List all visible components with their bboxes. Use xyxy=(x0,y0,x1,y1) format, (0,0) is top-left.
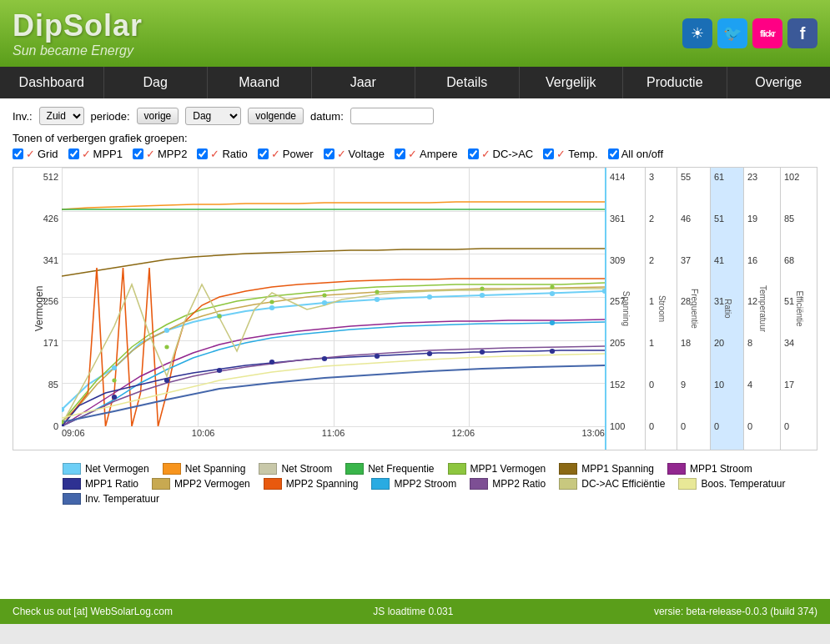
left-axis-val-2: 341 xyxy=(43,255,58,265)
right-axis-spanning-label: Spanning xyxy=(621,291,631,326)
period-select[interactable]: Dag Week Maand xyxy=(185,107,241,125)
main-content: Inv.: Zuid periode: vorige Dag Week Maan… xyxy=(0,98,830,599)
controls-row: Inv.: Zuid periode: vorige Dag Week Maan… xyxy=(13,107,817,125)
right-axis-stroom-label: Stroom xyxy=(656,295,666,322)
right-axis-spanning: 414361309257205152100 Spanning xyxy=(605,168,645,450)
x-label-1: 10:06 xyxy=(192,428,215,438)
inv-select[interactable]: Zuid xyxy=(39,107,84,125)
svg-point-7 xyxy=(427,294,432,299)
nav-maand[interactable]: Maand xyxy=(208,67,312,98)
svg-point-30 xyxy=(550,320,555,325)
cb-ampere[interactable]: ✓ Ampere xyxy=(395,148,458,160)
header: DipSolar Sun became Energy ☀ 🐦 flickr f xyxy=(0,0,830,67)
inv-label: Inv.: xyxy=(13,110,33,123)
chart-legend: Net Vermogen Net Spanning Net Stroom Net… xyxy=(13,459,817,513)
svg-point-28 xyxy=(480,287,484,291)
nav-dashboard[interactable]: Dashboard xyxy=(0,67,104,98)
svg-point-20 xyxy=(550,349,555,354)
legend-mpp2-stroom: MPP2 Stroom xyxy=(371,478,456,490)
nav-overige[interactable]: Overige xyxy=(727,67,831,98)
svg-point-12 xyxy=(112,395,117,400)
left-axis-val-1: 426 xyxy=(43,214,58,224)
svg-point-5 xyxy=(322,300,327,305)
flickr-link[interactable]: flickr xyxy=(752,18,782,48)
left-axis-label: Vermogen xyxy=(33,286,45,332)
svg-point-15 xyxy=(269,360,274,365)
cb-grid[interactable]: ✓ Grid xyxy=(13,148,58,160)
cb-power[interactable]: ✓ Power xyxy=(258,148,314,160)
logo-text: DipSolar xyxy=(13,8,143,43)
cb-temp[interactable]: ✓ Temp. xyxy=(543,148,597,160)
legend-dcac: DC->AC Efficiëntie xyxy=(559,478,665,490)
svg-point-16 xyxy=(322,356,327,361)
right-axis-stroom: 3221100 Stroom xyxy=(645,168,677,450)
svg-point-18 xyxy=(427,351,432,356)
cb-all[interactable]: All on/off xyxy=(608,148,663,160)
footer-right: versie: beta-release-0.0.3 (build 374) xyxy=(654,606,817,617)
nav-productie[interactable]: Productie xyxy=(623,67,727,98)
social-icons: ☀ 🐦 flickr f xyxy=(682,18,817,48)
chart-plot-area xyxy=(62,168,605,426)
nav-vergelijk[interactable]: Vergelijk xyxy=(520,67,624,98)
svg-point-9 xyxy=(550,291,555,296)
nav-bar: Dashboard Dag Maand Jaar Details Vergeli… xyxy=(0,67,830,98)
right-axis-temp: 23191612840 Temperatuur xyxy=(743,168,780,450)
svg-point-8 xyxy=(480,293,485,298)
datum-label: datum: xyxy=(310,110,344,123)
svg-point-4 xyxy=(269,305,274,310)
cb-voltage[interactable]: ✓ Voltage xyxy=(324,148,385,160)
left-axis-val-5: 85 xyxy=(48,380,58,390)
legend-net-frequentie: Net Frequentie xyxy=(345,463,434,475)
left-axis-val-3: 256 xyxy=(43,296,58,306)
right-axis-ratio-label: Ratio xyxy=(722,299,732,318)
legend-mpp1-stroom: MPP1 Stroom xyxy=(667,463,752,475)
legend-inv-temp: Inv. Temperatuur xyxy=(63,493,159,505)
prev-button[interactable]: vorige xyxy=(137,108,179,124)
right-axis-ratio: 6151413120100 Ratio xyxy=(710,168,743,450)
facebook-link[interactable]: f xyxy=(787,18,817,48)
legend-mpp2-ratio: MPP2 Ratio xyxy=(470,478,546,490)
twitter-link[interactable]: 🐦 xyxy=(717,18,747,48)
svg-point-23 xyxy=(164,345,169,350)
cb-ratio[interactable]: ✓ Ratio xyxy=(197,148,247,160)
nav-jaar[interactable]: Jaar xyxy=(312,67,416,98)
nav-details[interactable]: Details xyxy=(415,67,520,98)
svg-point-2 xyxy=(164,328,169,333)
svg-point-17 xyxy=(375,354,380,359)
right-axis-temp-label: Temperatuur xyxy=(757,285,767,332)
checkboxes: ✓ Grid ✓ MPP1 ✓ MPP2 ✓ Ratio ✓ Power ✓ V… xyxy=(13,148,817,160)
x-label-2: 11:06 xyxy=(322,428,345,438)
logo-tagline: Sun became Energy xyxy=(13,43,143,58)
svg-point-24 xyxy=(217,314,221,319)
legend-mpp1-ratio: MPP1 Ratio xyxy=(63,478,138,490)
cb-dcac[interactable]: ✓ DC->AC xyxy=(468,148,534,160)
left-axis-val-6: 0 xyxy=(53,421,58,431)
toggle-row: Tonen of verbergen grafiek groepen: ✓ Gr… xyxy=(13,132,817,160)
left-axis-val-4: 171 xyxy=(43,338,58,348)
svg-point-26 xyxy=(322,294,326,298)
svg-point-14 xyxy=(217,368,222,373)
cb-mpp2[interactable]: ✓ MPP2 xyxy=(133,148,187,160)
cb-mpp1[interactable]: ✓ MPP1 xyxy=(68,148,123,160)
svg-point-1 xyxy=(112,365,117,370)
chart-area: 512 426 341 256 171 85 0 Vermogen xyxy=(13,167,817,450)
legend-mpp1-spanning: MPP1 Spanning xyxy=(559,463,654,475)
periode-label: periode: xyxy=(91,110,130,123)
svg-point-27 xyxy=(375,290,379,294)
chart-main: 09:06 10:06 11:06 12:06 13:06 xyxy=(62,168,605,450)
legend-mpp1-vermogen: MPP1 Vermogen xyxy=(448,463,546,475)
logo-area: DipSolar Sun became Energy xyxy=(13,8,143,58)
left-axis-val-0: 512 xyxy=(43,172,58,182)
x-label-4: 13:06 xyxy=(581,428,605,438)
chart-svg xyxy=(62,168,605,426)
footer-center: JS loadtime 0.031 xyxy=(373,606,453,617)
nav-dag[interactable]: Dag xyxy=(104,67,209,98)
footer: Check us out [at] WebSolarLog.com JS loa… xyxy=(0,599,830,624)
next-button[interactable]: volgende xyxy=(248,108,304,124)
solar-link[interactable]: ☀ xyxy=(682,18,712,48)
datum-input[interactable]: 27-11-2012 xyxy=(350,108,434,124)
svg-point-13 xyxy=(164,378,169,383)
right-axis-efficientie: 10285685134170 Efficiëntie xyxy=(780,168,817,450)
legend-net-vermogen: Net Vermogen xyxy=(63,463,149,475)
right-axis-frequentie-label: Frequentie xyxy=(689,289,698,329)
